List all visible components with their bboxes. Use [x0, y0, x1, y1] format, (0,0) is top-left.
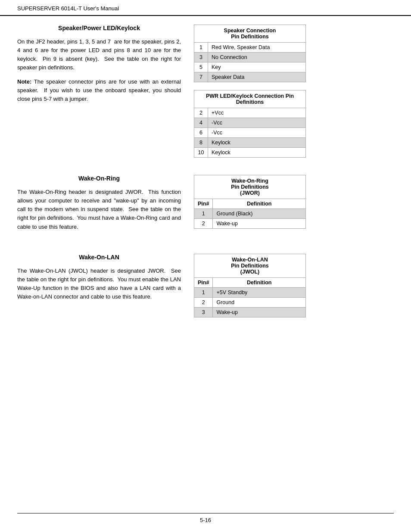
pin-number: 3	[194, 53, 208, 62]
section-wol-table-area: Wake-On-LANPin Definitions(JWOL) Pin# De…	[194, 254, 306, 317]
pin-number: 5	[194, 62, 208, 72]
table-row: 4 -Vcc	[194, 118, 306, 128]
pin-definition: +Vcc	[208, 108, 306, 118]
pin-definition: Wake-up	[213, 307, 306, 317]
header-title: SUPERSERVER 6014L-T User's Manual	[17, 5, 119, 12]
pin-definition: Speaker Data	[208, 72, 306, 82]
table-row: 7 Speaker Data	[194, 72, 306, 82]
section-speaker-para2: Note: The speaker connector pins are for…	[17, 78, 181, 103]
section-wol-para: The Wake-On-LAN (JWOL) header is designa…	[17, 267, 181, 302]
section-wor-table-area: Wake-On-RingPin Definitions(JWOR) Pin# D…	[194, 175, 306, 236]
pwr-table-header: PWR LED/Keylock Connec­tion Pin Definiti…	[194, 90, 306, 108]
pin-number: 4	[194, 118, 208, 128]
wor-table-header: Wake-On-RingPin Definitions(JWOR)	[194, 175, 306, 199]
table-row: 10 Keylock	[194, 148, 306, 158]
table-row: 1 Red Wire, Speaker Data	[194, 43, 306, 53]
section-speaker-tables: Speaker ConnectionPin Definitions 1 Red …	[194, 25, 306, 158]
pin-definition: Red Wire, Speaker Data	[208, 43, 306, 53]
section-wol-title: Wake-On-LAN	[17, 254, 181, 261]
pin-definition: +5V Standby	[213, 287, 306, 297]
table-row: 2 Ground	[194, 297, 306, 307]
pin-definition: -Vcc	[208, 118, 306, 128]
pin-definition: Wake-up	[213, 219, 306, 229]
pwr-led-keylock-table: PWR LED/Keylock Connec­tion Pin Definiti…	[194, 90, 306, 158]
speaker-table-header: Speaker ConnectionPin Definitions	[194, 25, 306, 43]
table-row: 5 Key	[194, 62, 306, 72]
note-label: Note:	[17, 78, 31, 85]
wake-on-lan-table: Wake-On-LANPin Definitions(JWOL) Pin# De…	[194, 254, 306, 317]
table-row: 1 +5V Standby	[194, 287, 306, 297]
pin-number: 1	[194, 287, 213, 297]
pin-number: 6	[194, 128, 208, 138]
wol-table-header: Wake-On-LANPin Definitions(JWOL)	[194, 254, 306, 277]
wor-col-pin: Pin#	[194, 199, 213, 209]
page-header: SUPERSERVER 6014L-T User's Manual	[0, 0, 411, 16]
page-footer: 5-16	[17, 513, 394, 523]
table-row: 2 +Vcc	[194, 108, 306, 118]
pin-number: 2	[194, 108, 208, 118]
section-speaker-para1: On the JF2 header, pins 1, 3, 5 and 7 ar…	[17, 37, 181, 72]
table-row: 6 -Vcc	[194, 128, 306, 138]
pin-number: 1	[194, 209, 213, 219]
pin-definition: Keylock	[208, 148, 306, 158]
pin-definition: -Vcc	[208, 128, 306, 138]
section-wake-on-lan: Wake-On-LAN The Wake-On-LAN (JWOL) heade…	[17, 254, 394, 317]
table-row: 8 Keylock	[194, 138, 306, 148]
section-wake-on-ring: Wake-On-Ring The Wake-On-Ring header is …	[17, 175, 394, 236]
pin-number: 3	[194, 307, 213, 317]
pin-definition: Ground (Black)	[213, 209, 306, 219]
pin-number: 7	[194, 72, 208, 82]
wake-on-ring-table: Wake-On-RingPin Definitions(JWOR) Pin# D…	[194, 175, 306, 229]
page-number: 5-16	[200, 517, 211, 523]
wol-col-pin: Pin#	[194, 277, 213, 287]
section-wol-text: Wake-On-LAN The Wake-On-LAN (JWOL) heade…	[17, 254, 181, 317]
pin-number: 2	[194, 297, 213, 307]
section-wor-title: Wake-On-Ring	[17, 175, 181, 182]
pin-number: 10	[194, 148, 208, 158]
section-wor-para: The Wake-On-Ring header is designated JW…	[17, 188, 181, 231]
section-speaker-title: Speaker/Power LED/Keylock	[17, 25, 181, 31]
content-area: Speaker/Power LED/Keylock On the JF2 hea…	[0, 16, 411, 361]
wor-col-def: Definition	[213, 199, 306, 209]
pin-definition: Key	[208, 62, 306, 72]
pin-number: 8	[194, 138, 208, 148]
section-wor-text: Wake-On-Ring The Wake-On-Ring header is …	[17, 175, 181, 236]
pin-definition: Keylock	[208, 138, 306, 148]
page: SUPERSERVER 6014L-T User's Manual Speake…	[0, 0, 411, 532]
table-row: 1 Ground (Black)	[194, 209, 306, 219]
pin-definition: Ground	[213, 297, 306, 307]
table-row: 3 No Connection	[194, 53, 306, 62]
table-row: 3 Wake-up	[194, 307, 306, 317]
speaker-connection-table: Speaker ConnectionPin Definitions 1 Red …	[194, 25, 306, 82]
wol-col-def: Definition	[213, 277, 306, 287]
section-speaker-power: Speaker/Power LED/Keylock On the JF2 hea…	[17, 25, 394, 158]
pin-number: 1	[194, 43, 208, 53]
pin-definition: No Connection	[208, 53, 306, 62]
section-speaker-text: Speaker/Power LED/Keylock On the JF2 hea…	[17, 25, 181, 158]
pin-number: 2	[194, 219, 213, 229]
table-row: 2 Wake-up	[194, 219, 306, 229]
